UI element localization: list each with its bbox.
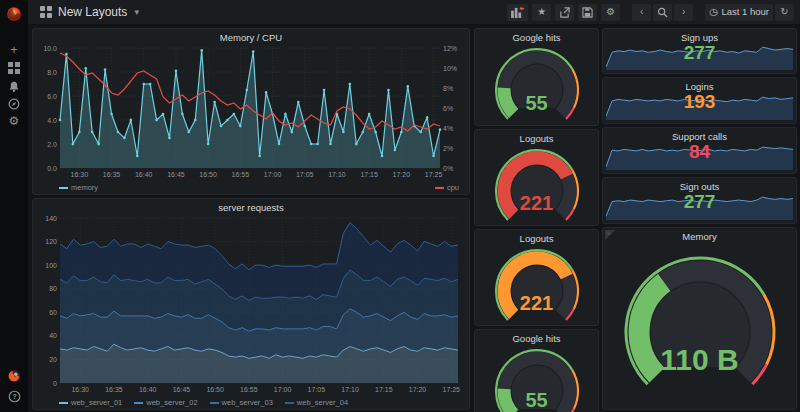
svg-text:17:00: 17:00 — [264, 171, 282, 178]
stat-value: 193 — [603, 91, 796, 113]
svg-text:16:30: 16:30 — [71, 171, 89, 178]
gauge-value: 221 — [475, 192, 598, 215]
share-button[interactable] — [555, 4, 574, 21]
legend-item[interactable]: web_server_01 — [59, 398, 122, 407]
dashboard-title-button[interactable]: New Layouts ▾ — [40, 5, 139, 19]
svg-text:40: 40 — [49, 332, 57, 339]
chevron-down-icon: ▾ — [134, 7, 139, 17]
svg-text:2%: 2% — [443, 145, 453, 152]
navbar: New Layouts ▾ ★ ⚙ ‹ › ◷ Last 1 hour ↻ — [28, 0, 800, 25]
svg-text:100: 100 — [45, 262, 57, 269]
share-icon — [559, 7, 570, 18]
panel-sign-ups: Sign ups 277 — [602, 28, 797, 74]
legend-item[interactable]: web_server_02 — [134, 398, 197, 407]
svg-text:0%: 0% — [443, 165, 453, 172]
settings-gear-icon[interactable]: ⚙ — [0, 113, 28, 129]
star-icon: ★ — [537, 7, 546, 17]
panel-title[interactable]: Memory / CPU — [33, 32, 469, 43]
grafana-logo[interactable] — [5, 5, 23, 23]
plus-icon[interactable]: + — [0, 42, 28, 58]
grid-icon — [40, 6, 52, 18]
memory-cpu-chart[interactable]: 16:3016:3516:4016:4516:5016:5517:0017:05… — [36, 45, 466, 181]
stat-value: 84 — [603, 141, 796, 163]
svg-text:4%: 4% — [443, 125, 453, 132]
user-avatar[interactable] — [0, 368, 28, 384]
legend-item[interactable]: cpu — [435, 183, 459, 192]
panel-corner-icon[interactable]: G — [605, 230, 615, 240]
panel-title[interactable]: Google hits — [475, 333, 598, 344]
svg-text:120: 120 — [45, 238, 57, 245]
save-button[interactable] — [578, 4, 597, 21]
svg-text:17:10: 17:10 — [341, 386, 359, 393]
save-icon — [582, 7, 593, 18]
panel-title[interactable]: Memory — [603, 231, 796, 242]
server-requests-chart[interactable]: 16:3016:3516:4016:4516:5016:5517:0017:05… — [36, 215, 466, 396]
page-title: New Layouts — [58, 5, 127, 19]
svg-text:16:55: 16:55 — [232, 171, 250, 178]
svg-text:17:25: 17:25 — [425, 171, 443, 178]
svg-text:17:20: 17:20 — [409, 386, 427, 393]
svg-text:17:00: 17:00 — [274, 386, 292, 393]
svg-text:8%: 8% — [443, 85, 453, 92]
panel-title[interactable]: Logouts — [475, 133, 598, 144]
svg-text:80: 80 — [49, 285, 57, 292]
svg-text:0.0: 0.0 — [47, 165, 57, 172]
svg-text:4.0: 4.0 — [47, 117, 57, 124]
panel-title[interactable]: server requests — [33, 202, 469, 213]
svg-text:17:15: 17:15 — [360, 171, 378, 178]
legend-item[interactable]: memory — [59, 183, 98, 192]
svg-text:17:20: 17:20 — [393, 171, 411, 178]
svg-text:16:50: 16:50 — [199, 171, 217, 178]
chevron-left-icon: ‹ — [640, 7, 643, 17]
svg-text:60: 60 — [49, 309, 57, 316]
svg-text:16:45: 16:45 — [167, 171, 185, 178]
svg-text:?: ? — [12, 392, 16, 399]
svg-text:6%: 6% — [443, 105, 453, 112]
svg-text:17:15: 17:15 — [375, 386, 393, 393]
panel-memory-cpu: Memory / CPU 16:3016:3516:4016:4516:5016… — [32, 28, 470, 195]
gauge-value: 221 — [475, 292, 598, 315]
time-back-button[interactable]: ‹ — [632, 4, 651, 21]
time-forward-button[interactable]: › — [674, 4, 693, 21]
gauge-value: 55 — [475, 389, 598, 412]
svg-text:G: G — [607, 231, 610, 236]
legend-item[interactable]: web_server_04 — [285, 398, 348, 407]
svg-text:17:05: 17:05 — [296, 171, 314, 178]
svg-text:10.0: 10.0 — [43, 45, 57, 52]
svg-text:16:45: 16:45 — [173, 386, 191, 393]
refresh-button[interactable]: ↻ — [775, 4, 794, 21]
legend-item[interactable]: web_server_03 — [210, 398, 273, 407]
svg-text:16:35: 16:35 — [103, 171, 121, 178]
add-panel-button[interactable] — [507, 4, 528, 21]
clock-icon: ◷ — [709, 7, 717, 17]
settings-button[interactable]: ⚙ — [601, 4, 620, 21]
dashboards-icon[interactable] — [0, 60, 28, 76]
legend: memorycpu — [59, 183, 459, 192]
stat-value: 277 — [603, 42, 796, 64]
svg-text:140: 140 — [45, 215, 57, 222]
panel-memory-gauge: G Memory 110 B — [602, 227, 797, 410]
svg-text:16:40: 16:40 — [139, 386, 157, 393]
sidebar: + ⚙ ? — [0, 0, 28, 412]
svg-text:16:40: 16:40 — [135, 171, 153, 178]
alerting-bell-icon[interactable] — [0, 79, 28, 95]
panel-logouts-gauge-2: Logouts 221 — [474, 229, 599, 326]
star-button[interactable]: ★ — [532, 4, 551, 21]
panel-google-hits-gauge-2: Google hits 55 — [474, 329, 599, 412]
time-range-picker[interactable]: ◷ Last 1 hour — [705, 4, 773, 21]
legend: web_server_01web_server_02web_server_03w… — [59, 398, 459, 407]
help-icon[interactable]: ? — [0, 388, 28, 404]
zoom-out-button[interactable] — [653, 4, 672, 21]
explore-compass-icon[interactable] — [0, 96, 28, 112]
panel-logouts-gauge-1: Logouts 221 — [474, 129, 599, 226]
svg-text:20: 20 — [49, 356, 57, 363]
stat-value: 277 — [603, 191, 796, 213]
svg-text:16:55: 16:55 — [240, 386, 258, 393]
panel-title[interactable]: Google hits — [475, 32, 598, 43]
svg-text:17:25: 17:25 — [442, 386, 460, 393]
zoom-out-icon — [657, 7, 668, 18]
svg-text:12%: 12% — [443, 45, 457, 52]
svg-text:16:30: 16:30 — [71, 386, 89, 393]
panel-server-requests: server requests 16:3016:3516:4016:4516:5… — [32, 198, 470, 410]
panel-title[interactable]: Logouts — [475, 233, 598, 244]
